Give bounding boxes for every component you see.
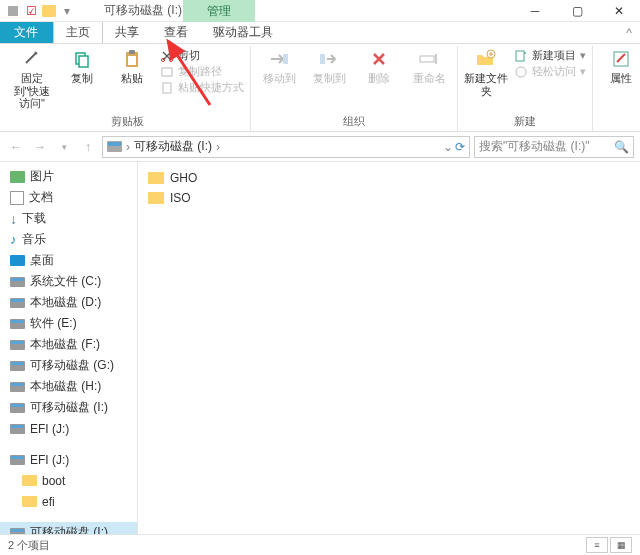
paste-shortcut-button[interactable]: 粘贴快捷方式 [160, 80, 244, 95]
refresh-button[interactable]: ⟳ [455, 140, 465, 154]
tree-item-label: 下载 [22, 210, 46, 227]
group-new: 新建文件夹 新建项目 ▾ 轻松访问 ▾ 新建 [458, 46, 593, 131]
qat-customize-icon[interactable]: ▾ [60, 4, 74, 18]
new-folder-button[interactable]: 新建文件夹 [464, 48, 508, 97]
tree-item-label: 可移动磁盘 (G:) [30, 357, 114, 374]
search-icon: 🔍 [614, 140, 629, 154]
view-details-button[interactable]: ≡ [586, 537, 608, 553]
system-menu-icon[interactable] [6, 4, 20, 18]
tree-item[interactable]: efi [0, 491, 137, 512]
tree-item[interactable]: 软件 (E:) [0, 313, 137, 334]
back-button[interactable]: ← [6, 137, 26, 157]
contextual-tab-manage[interactable]: 管理 [183, 0, 255, 22]
drive-icon [107, 141, 122, 152]
chevron-right-icon: › [126, 140, 130, 154]
status-bar: 2 个项目 ≡ ▦ [0, 534, 640, 555]
cut-button[interactable]: 剪切 [160, 48, 244, 63]
tree-item[interactable]: 桌面 [0, 250, 137, 271]
tree-item[interactable]: 本地磁盘 (D:) [0, 292, 137, 313]
disk-icon [10, 319, 25, 329]
title-bar: ☑ ▾ 管理 可移动磁盘 (I:) ─ ▢ ✕ [0, 0, 640, 22]
tree-item[interactable]: EFI (J:) [0, 449, 137, 470]
tab-home[interactable]: 主页 [53, 22, 103, 43]
tree-item[interactable]: 图片 [0, 166, 137, 187]
rename-button[interactable]: 重命名 [407, 48, 451, 85]
music-icon: ♪ [10, 232, 17, 247]
qat-properties-icon[interactable]: ☑ [24, 4, 38, 18]
new-folder-icon [475, 48, 497, 70]
copy-icon [71, 48, 93, 70]
tree-item[interactable]: 可移动磁盘 (G:) [0, 355, 137, 376]
copy-to-icon [318, 48, 340, 70]
new-item-button[interactable]: 新建项目 ▾ [514, 48, 586, 63]
disk-icon [10, 528, 25, 535]
tree-item[interactable]: 文档 [0, 187, 137, 208]
disk-icon [10, 340, 25, 350]
maximize-button[interactable]: ▢ [556, 0, 598, 22]
ribbon: 固定到"快速访问" 复制 粘贴 剪切 复制路径 粘贴快捷方式 剪贴板 移动到 [0, 44, 640, 132]
breadcrumb-current[interactable]: 可移动磁盘 (I:) [134, 138, 212, 155]
tree-item-label: 本地磁盘 (F:) [30, 336, 100, 353]
tab-share[interactable]: 共享 [103, 22, 152, 43]
tree-item[interactable]: EFI (J:) [0, 418, 137, 439]
tree-item[interactable]: ↓下载 [0, 208, 137, 229]
tree-item[interactable]: 可移动磁盘 (I:) [0, 522, 137, 534]
disk-icon [10, 361, 25, 371]
paste-button[interactable]: 粘贴 [110, 48, 154, 85]
tree-item-label: 图片 [30, 168, 54, 185]
search-placeholder: 搜索"可移动磁盘 (I:)" [479, 138, 590, 155]
view-icons-button[interactable]: ▦ [610, 537, 632, 553]
copy-path-button[interactable]: 复制路径 [160, 64, 244, 79]
tree-item[interactable]: 本地磁盘 (F:) [0, 334, 137, 355]
close-button[interactable]: ✕ [598, 0, 640, 22]
tree-item[interactable]: 系统文件 (C:) [0, 271, 137, 292]
list-item[interactable]: ISO [148, 188, 630, 208]
desktop-icon [10, 255, 25, 266]
item-name: GHO [170, 171, 197, 185]
tree-item-label: 桌面 [30, 252, 54, 269]
tree-item[interactable]: 可移动磁盘 (I:) [0, 397, 137, 418]
forward-button[interactable]: → [30, 137, 50, 157]
content-pane[interactable]: GHOISO [138, 162, 640, 534]
delete-icon [368, 48, 390, 70]
address-bar[interactable]: › 可移动磁盘 (I:) › ⌄ ⟳ [102, 136, 470, 158]
move-to-button[interactable]: 移动到 [257, 48, 301, 85]
svg-point-15 [516, 67, 526, 77]
copy-button[interactable]: 复制 [60, 48, 104, 85]
up-button[interactable]: ↑ [78, 137, 98, 157]
tree-item[interactable]: boot [0, 470, 137, 491]
tab-drive-tools[interactable]: 驱动器工具 [201, 22, 286, 43]
easy-access-button[interactable]: 轻松访问 ▾ [514, 64, 586, 79]
pin-button[interactable]: 固定到"快速访问" [10, 48, 54, 110]
tree-item[interactable]: 本地磁盘 (H:) [0, 376, 137, 397]
delete-button[interactable]: 删除 [357, 48, 401, 85]
tab-view[interactable]: 查看 [152, 22, 201, 43]
qat-folder-icon[interactable] [42, 4, 56, 18]
ribbon-collapse-icon[interactable]: ^ [626, 26, 632, 40]
disk-icon [10, 403, 25, 413]
properties-button[interactable]: 属性 [599, 48, 640, 85]
navigation-tree[interactable]: 图片文档↓下载♪音乐桌面系统文件 (C:)本地磁盘 (D:)软件 (E:)本地磁… [0, 162, 138, 534]
item-name: ISO [170, 191, 191, 205]
move-to-icon [268, 48, 290, 70]
group-clipboard: 固定到"快速访问" 复制 粘贴 剪切 复制路径 粘贴快捷方式 剪贴板 [4, 46, 251, 131]
folder-icon [22, 475, 37, 486]
copy-to-button[interactable]: 复制到 [307, 48, 351, 85]
svg-rect-11 [420, 56, 434, 62]
disk-icon [10, 298, 25, 308]
chevron-right-icon[interactable]: › [216, 140, 220, 154]
explorer-body: 图片文档↓下载♪音乐桌面系统文件 (C:)本地磁盘 (D:)软件 (E:)本地磁… [0, 162, 640, 534]
address-dropdown-icon[interactable]: ⌄ [443, 140, 453, 154]
navigation-bar: ← → ▾ ↑ › 可移动磁盘 (I:) › ⌄ ⟳ 搜索"可移动磁盘 (I:)… [0, 132, 640, 162]
minimize-button[interactable]: ─ [514, 0, 556, 22]
group-organize: 移动到 复制到 删除 重命名 组织 [251, 46, 458, 131]
tree-item[interactable]: ♪音乐 [0, 229, 137, 250]
svg-rect-4 [128, 56, 136, 65]
tab-file[interactable]: 文件 [0, 22, 53, 43]
list-item[interactable]: GHO [148, 168, 630, 188]
search-input[interactable]: 搜索"可移动磁盘 (I:)" 🔍 [474, 136, 634, 158]
item-count: 2 个项目 [8, 538, 50, 553]
recent-locations-button[interactable]: ▾ [54, 137, 74, 157]
svg-rect-9 [283, 54, 288, 64]
group-label-clipboard: 剪贴板 [10, 113, 244, 131]
